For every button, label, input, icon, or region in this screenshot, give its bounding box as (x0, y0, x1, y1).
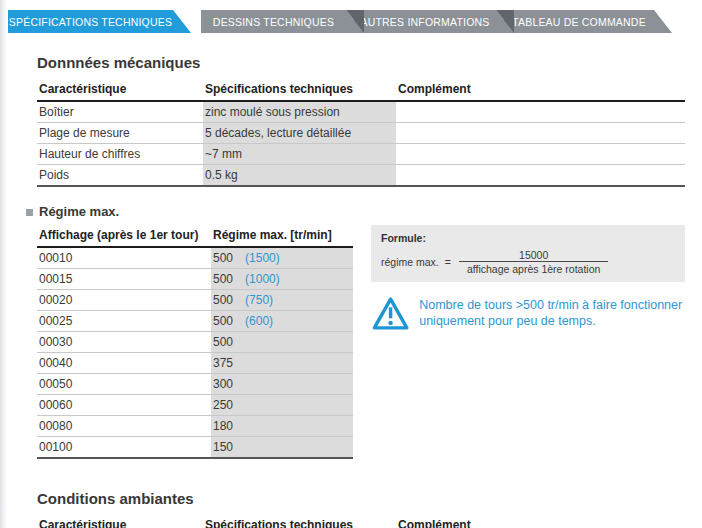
display-cell: 00040 (37, 353, 211, 374)
rpm-value: 150 (213, 440, 233, 454)
specification-cell: ~7 mm (203, 144, 396, 165)
characteristic-cell: Hauteur de chiffres (37, 144, 203, 165)
warning-triangle-icon (371, 295, 410, 333)
rpm-cell: 300 (211, 374, 353, 395)
tab-tableau-de-commande[interactable]: TABLEAU DE COMMANDE (504, 10, 672, 33)
table-header-row: Caractéristique Spécifications technique… (37, 79, 685, 101)
rpm-value: 300 (213, 377, 233, 391)
complement-cell (396, 144, 685, 165)
rpm-cell: 180 (211, 416, 353, 437)
table-row: 00100 150 (37, 437, 353, 459)
formula-box: Formule: régime max. = 15000 affichage a… (371, 225, 685, 282)
page-left-border (0, 0, 7, 528)
rpm-value: 500 (213, 314, 233, 328)
table-header-row: Affichage (après le 1er tour) Régime max… (37, 225, 353, 247)
tab-autres-informations[interactable]: AUTRES INFORMATIONS (354, 10, 514, 33)
regime-table: Affichage (après le 1er tour) Régime max… (37, 225, 353, 459)
table-row: 00020 500(750) (37, 290, 353, 311)
complement-cell (396, 123, 685, 144)
formula-lhs: régime max. (381, 256, 439, 268)
specification-cell: zinc moulé sous pression (203, 101, 396, 123)
rpm-cell: 500(750) (211, 290, 353, 311)
table-row: Boîtier zinc moulé sous pression (37, 101, 685, 123)
column-header-caracteristique: Caractéristique (37, 79, 203, 101)
display-cell: 00080 (37, 416, 211, 437)
table-row: 00060 250 (37, 395, 353, 416)
rpm-cell: 375 (211, 353, 353, 374)
characteristic-cell: Plage de mesure (37, 123, 203, 144)
table-row: 00040 375 (37, 353, 353, 374)
table-row: 00080 180 (37, 416, 353, 437)
characteristic-cell: Poids (37, 165, 203, 187)
warning-text: Nombre de tours >500 tr/min à faire fonc… (419, 297, 685, 329)
column-header-caracteristique: Caractéristique (37, 515, 203, 528)
rpm-value: 500 (213, 335, 233, 349)
specification-cell: 0.5 kg (203, 165, 396, 187)
section-title-ambient: Conditions ambiantes (37, 490, 685, 507)
formula-denominator: affichage après 1ère rotation (459, 261, 608, 275)
display-cell: 00100 (37, 437, 211, 459)
complement-cell (396, 101, 685, 123)
rpm-value: 180 (213, 419, 233, 433)
formula-fraction: 15000 affichage après 1ère rotation (459, 249, 608, 275)
warning-note: Nombre de tours >500 tr/min à faire fonc… (371, 295, 685, 333)
column-header-complement: Complément (396, 515, 685, 528)
section-title-regime: Régime max. (39, 204, 119, 219)
formula-numerator: 15000 (459, 249, 608, 261)
rpm-cell: 150 (211, 437, 353, 459)
table-row: Plage de mesure 5 décades, lecture détai… (37, 123, 685, 144)
rpm-limit-link[interactable]: (750) (245, 293, 273, 307)
display-cell: 00030 (37, 332, 211, 353)
section-title-mechanical: Donnnées mécaniques (37, 54, 685, 71)
mechanical-table: Caractéristique Spécifications technique… (37, 79, 685, 187)
rpm-value: 375 (213, 356, 233, 370)
rpm-limit-link[interactable]: (1000) (245, 272, 280, 286)
tab-bar: SPÉCIFICATIONS TECHNIQUES DESSINS TECHNI… (8, 10, 702, 33)
column-header-specifications: Spécifications techniques (203, 79, 396, 101)
column-header-regime-max: Régime max. [tr/min] (211, 225, 353, 247)
table-header-row: Caractéristique Spécifications technique… (37, 515, 685, 528)
rpm-value: 500 (213, 293, 233, 307)
characteristic-cell: Boîtier (37, 101, 203, 123)
rpm-value: 250 (213, 398, 233, 412)
column-header-complement: Complément (396, 79, 685, 101)
table-row: Hauteur de chiffres ~7 mm (37, 144, 685, 165)
rpm-limit-link[interactable]: (1500) (245, 251, 280, 265)
display-cell: 00010 (37, 247, 211, 269)
display-cell: 00015 (37, 269, 211, 290)
display-cell: 00020 (37, 290, 211, 311)
rpm-value: 500 (213, 272, 233, 286)
display-cell: 00060 (37, 395, 211, 416)
rpm-value: 500 (213, 251, 233, 265)
display-cell: 00025 (37, 311, 211, 332)
complement-cell (396, 165, 685, 187)
table-row: 00015 500(1000) (37, 269, 353, 290)
tab-specifications-techniques[interactable]: SPÉCIFICATIONS TECHNIQUES (8, 10, 191, 33)
formula-label: Formule: (381, 232, 675, 244)
formula-equals: = (445, 256, 451, 268)
table-row: 00025 500(600) (37, 311, 353, 332)
rpm-cell: 500(1500) (211, 247, 353, 269)
table-row: 00030 500 (37, 332, 353, 353)
column-header-affichage: Affichage (après le 1er tour) (37, 225, 211, 247)
table-row: 00050 300 (37, 374, 353, 395)
rpm-cell: 250 (211, 395, 353, 416)
rpm-cell: 500(1000) (211, 269, 353, 290)
table-row: 00010 500(1500) (37, 247, 353, 269)
rpm-limit-link[interactable]: (600) (245, 314, 273, 328)
ambient-table: Caractéristique Spécifications technique… (37, 515, 685, 528)
display-cell: 00050 (37, 374, 211, 395)
square-bullet-icon (26, 209, 33, 216)
rpm-cell: 500 (211, 332, 353, 353)
column-header-specifications: Spécifications techniques (203, 515, 396, 528)
formula-expression: régime max. = 15000 affichage après 1ère… (381, 249, 675, 275)
rpm-cell: 500(600) (211, 311, 353, 332)
table-row: Poids 0.5 kg (37, 165, 685, 187)
specification-cell: 5 décades, lecture détaillée (203, 123, 396, 144)
tab-dessins-techniques[interactable]: DESSINS TECHNIQUES (201, 10, 364, 33)
